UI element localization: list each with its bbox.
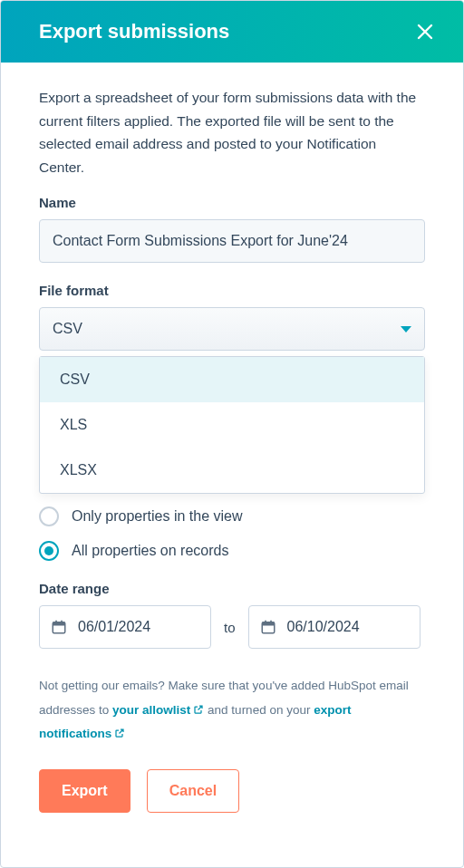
date-range-label: Date range [39, 581, 425, 596]
calendar-icon [260, 619, 276, 635]
modal-body: Export a spreadsheet of your form submis… [1, 63, 463, 867]
name-input[interactable] [39, 219, 425, 263]
file-format-section: File format CSV CSV XLS XLSX Only proper… [39, 283, 425, 561]
hint-mid: and turned on your [208, 703, 314, 717]
file-format-selected: CSV [53, 321, 82, 337]
chevron-down-icon [401, 326, 411, 333]
external-link-icon [114, 728, 125, 738]
radio-all-records-label: All properties on records [72, 543, 228, 559]
date-to-label: to [224, 620, 236, 635]
close-button[interactable] [412, 19, 438, 44]
allowlist-link[interactable]: your allowlist [112, 703, 204, 717]
description-text: Export a spreadsheet of your form submis… [39, 86, 425, 178]
file-format-select[interactable]: CSV [39, 307, 425, 351]
radio-icon [39, 541, 59, 561]
date-from-text: 06/01/2024 [78, 619, 150, 635]
file-format-dropdown: CSV XLS XLSX [39, 356, 425, 494]
calendar-icon [51, 619, 67, 635]
export-button[interactable]: Export [39, 769, 130, 813]
modal-title: Export submissions [39, 20, 229, 43]
svg-rect-7 [270, 621, 272, 624]
file-format-select-wrap: CSV CSV XLS XLSX [39, 307, 425, 351]
close-icon [416, 23, 434, 41]
date-to-input[interactable]: 06/10/2024 [248, 605, 420, 649]
radio-all-records[interactable]: All properties on records [39, 541, 425, 561]
date-range-row: 06/01/2024 to 06/10/2024 [39, 605, 425, 649]
name-label: Name [39, 195, 425, 210]
cancel-button[interactable]: Cancel [147, 769, 239, 813]
name-section: Name [39, 195, 425, 263]
svg-rect-6 [265, 621, 266, 624]
svg-rect-5 [262, 622, 275, 626]
modal-footer: Export Cancel [39, 769, 425, 813]
svg-rect-1 [53, 622, 65, 626]
external-link-icon [193, 704, 204, 715]
file-format-label: File format [39, 283, 425, 298]
svg-rect-2 [55, 621, 57, 624]
export-submissions-modal: Export submissions Export a spreadsheet … [0, 0, 464, 868]
file-format-option-xls[interactable]: XLS [40, 402, 424, 448]
date-to-text: 06/10/2024 [287, 619, 360, 635]
radio-only-view-label: Only properties in the view [72, 508, 243, 525]
svg-rect-3 [61, 621, 63, 624]
properties-radio-group: Only properties in the view All properti… [39, 506, 425, 561]
file-format-option-xlsx[interactable]: XLSX [40, 448, 424, 493]
hint-text: Not getting our emails? Make sure that y… [39, 674, 425, 746]
modal-header: Export submissions [1, 1, 463, 63]
date-range-section: Date range 06/01/2024 to 06/10/2024 [39, 581, 425, 649]
date-from-input[interactable]: 06/01/2024 [39, 605, 211, 649]
file-format-option-csv[interactable]: CSV [40, 357, 424, 402]
radio-icon [39, 506, 59, 526]
radio-only-view[interactable]: Only properties in the view [39, 506, 425, 526]
